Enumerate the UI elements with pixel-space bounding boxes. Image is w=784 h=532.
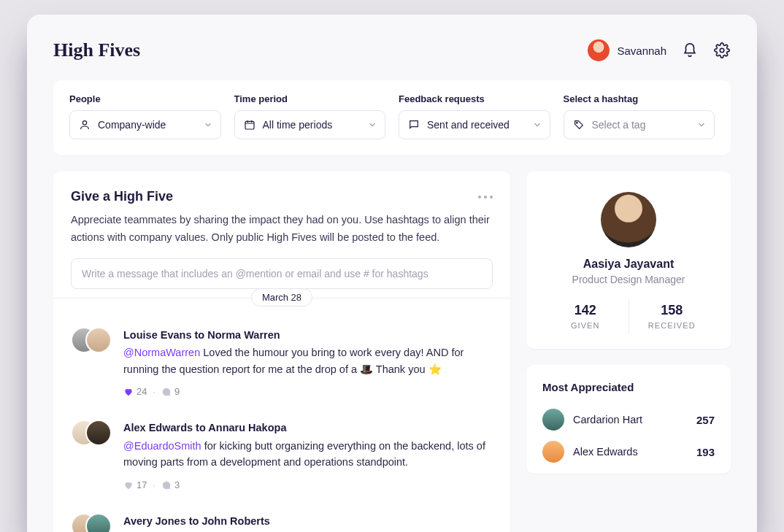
post-body: Avery Jones to John Roberts <box>123 513 493 532</box>
stat-received: 158 RECEIVED <box>629 298 715 334</box>
post-avatars <box>71 327 113 356</box>
comment-icon <box>161 480 172 490</box>
filter-label: People <box>69 93 221 104</box>
avatar <box>542 441 564 463</box>
people-dropdown[interactable]: Company-wide <box>69 110 221 139</box>
dropdown-value: All time periods <box>263 119 333 131</box>
period-dropdown[interactable]: All time periods <box>234 110 386 139</box>
stat-given: 142 GIVEN <box>542 298 629 334</box>
svg-point-1 <box>82 121 86 125</box>
dropdown-value: Sent and received <box>427 119 510 131</box>
like-count: 24 <box>137 385 147 399</box>
dropdown-value: Company-wide <box>98 119 166 131</box>
settings-button[interactable] <box>713 42 731 59</box>
top-bar: High Fives Savannah <box>53 39 731 61</box>
filter-period: Time period All time periods <box>234 93 386 139</box>
svg-point-3 <box>576 123 577 124</box>
like-count: 17 <box>137 478 147 493</box>
chat-icon <box>408 119 420 131</box>
profile-role: Product Design Manager <box>542 274 715 285</box>
dropdown-value: Select a tag <box>592 119 646 131</box>
person-count: 257 <box>696 414 715 426</box>
card-title: Give a High Five <box>71 189 173 204</box>
feed-post: Louise Evans to Norma Warren @NormaWarre… <box>53 320 510 413</box>
date-separator: March 28 <box>53 298 510 317</box>
card-description: Appreciate teammates by sharing the impa… <box>71 212 493 247</box>
comment-icon <box>161 387 172 397</box>
card-header: Give a High Five <box>71 189 493 204</box>
give-high-five-card: Give a High Five Appreciate teammates by… <box>53 171 510 532</box>
filter-feedback: Feedback requests Sent and received <box>399 93 550 139</box>
svg-rect-2 <box>245 121 254 129</box>
profile-name: Aasiya Jayavant <box>542 258 715 271</box>
gear-icon <box>714 42 730 58</box>
filter-people: People Company-wide <box>69 93 221 139</box>
tag-icon <box>573 119 585 131</box>
notifications-button[interactable] <box>681 42 699 59</box>
mention[interactable]: @NormaWarren <box>123 347 200 358</box>
chevron-down-icon <box>367 120 377 130</box>
avatar <box>85 420 112 446</box>
post-content: @EduardoSmith for kicking butt organizin… <box>123 438 493 471</box>
separator: · <box>153 478 155 493</box>
feedback-dropdown[interactable]: Sent and received <box>399 110 550 139</box>
stat-value: 142 <box>542 303 629 318</box>
calendar-icon <box>244 119 255 131</box>
chevron-down-icon <box>696 120 707 130</box>
most-appreciated-card: Most Appreciated Cardarion Hart 257 Alex… <box>526 365 731 474</box>
chevron-down-icon <box>203 120 213 130</box>
separator: · <box>153 385 155 399</box>
heart-icon <box>123 480 134 490</box>
comment-button[interactable]: 9 <box>161 385 180 399</box>
profile-avatar <box>601 192 656 247</box>
post-avatars <box>71 420 113 449</box>
feed-post: Avery Jones to John Roberts <box>53 506 510 532</box>
chevron-down-icon <box>532 120 542 130</box>
person-name: Alex Edwards <box>573 446 688 458</box>
post-body: Louise Evans to Norma Warren @NormaWarre… <box>123 327 493 400</box>
profile-card: Aasiya Jayavant Product Design Manager 1… <box>526 171 731 349</box>
appreciated-row[interactable]: Cardarion Hart 257 <box>542 404 715 436</box>
post-header: Alex Edwards to Annaru Hakopa <box>123 420 493 436</box>
filter-label: Time period <box>234 93 386 104</box>
filter-bar: People Company-wide Time period All time… <box>53 80 731 155</box>
filter-label: Feedback requests <box>399 93 550 104</box>
person-icon <box>79 119 91 131</box>
date-pill: March 28 <box>251 288 312 307</box>
main-row: Give a High Five Appreciate teammates by… <box>53 171 731 532</box>
heart-icon <box>123 387 134 397</box>
message-input[interactable]: Write a message that includes an @mentio… <box>71 258 493 289</box>
like-button[interactable]: 24 <box>123 385 147 399</box>
person-name: Cardarion Hart <box>573 414 688 425</box>
feed-list: Louise Evans to Norma Warren @NormaWarre… <box>53 317 510 532</box>
card-title: Most Appreciated <box>542 381 715 393</box>
current-user-name: Savannah <box>617 45 666 57</box>
appreciated-row[interactable]: Alex Edwards 193 <box>542 436 715 468</box>
avatar <box>85 327 112 353</box>
stat-value: 158 <box>629 303 715 318</box>
hashtag-dropdown[interactable]: Select a tag <box>564 110 715 139</box>
page-title: High Fives <box>53 39 140 61</box>
current-user-chip[interactable]: Savannah <box>588 39 666 61</box>
stat-label: GIVEN <box>542 321 629 330</box>
app-card: High Fives Savannah People Company-wide <box>27 15 757 532</box>
post-content: @NormaWarren Loved the humour you bring … <box>123 344 493 377</box>
like-button[interactable]: 17 <box>123 478 147 493</box>
mention[interactable]: @EduardoSmith <box>123 440 201 452</box>
post-avatars <box>71 513 113 532</box>
top-bar-right: Savannah <box>588 39 731 61</box>
post-header: Avery Jones to John Roberts <box>123 513 493 529</box>
avatar <box>85 513 112 532</box>
post-header: Louise Evans to Norma Warren <box>123 327 493 343</box>
comment-count: 3 <box>174 478 180 493</box>
person-count: 193 <box>696 446 715 458</box>
input-placeholder: Write a message that includes an @mentio… <box>82 268 428 280</box>
post-reactions: 17 · 3 <box>123 478 493 493</box>
feed-post: Alex Edwards to Annaru Hakopa @EduardoSm… <box>53 412 510 506</box>
side-column: Aasiya Jayavant Product Design Manager 1… <box>526 171 731 532</box>
avatar <box>542 409 564 431</box>
comment-button[interactable]: 3 <box>161 478 180 493</box>
card-menu-button[interactable] <box>478 196 493 198</box>
comment-count: 9 <box>174 385 180 399</box>
post-reactions: 24 · 9 <box>123 385 493 399</box>
